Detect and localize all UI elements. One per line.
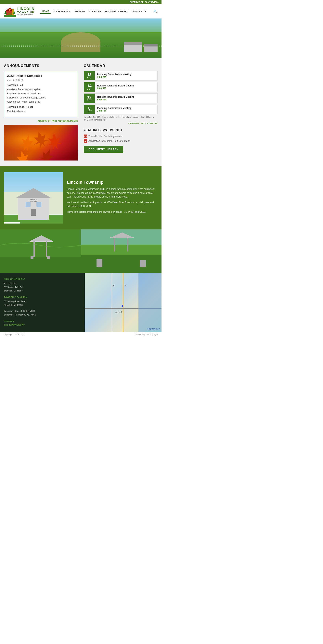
svg-rect-20 (30, 256, 34, 259)
event-month-2: SEP (86, 88, 92, 90)
township-section: LINCOLNTWSP HALL Lincoln Township Lincol… (0, 166, 162, 230)
ada-link[interactable]: ADA ACCESSIBILITY (4, 324, 81, 327)
svg-rect-29 (114, 238, 115, 252)
pdf-icon-2: PDF (84, 139, 87, 143)
doc-link-1[interactable]: PDF Township Hall Rental Agreement (84, 134, 158, 138)
hero-building2 (144, 44, 158, 52)
site-map-link[interactable]: SITE MAP (4, 320, 81, 324)
svg-rect-23 (81, 255, 162, 273)
photo-grid-left (0, 230, 81, 273)
logo-line2: TOWNSHIP (17, 11, 34, 14)
pavilion-line2: Standish, MI 48658 (4, 303, 81, 307)
announcement-heading: 2022 Projects Completed (7, 74, 75, 78)
photo-grid (0, 230, 162, 273)
pdf-icon-1: PDF (84, 134, 87, 138)
svg-marker-13 (14, 150, 32, 160)
logo-line3: ARENAC COUNTY MI (17, 14, 34, 16)
map-water-label: Saginaw Bay (147, 328, 160, 330)
map-road-label-75: 75 (112, 284, 114, 286)
township-para-3: Travel is facilitated throughout the tow… (67, 210, 158, 214)
map-road-vertical (123, 273, 124, 332)
leaves-svg (4, 125, 78, 160)
logo-area: LINCOLN TOWNSHIP ARENAC COUNTY MI (4, 6, 34, 17)
svg-rect-2 (8, 13, 12, 16)
view-calendar-link[interactable]: VIEW MONTHLY CALENDAR (84, 122, 158, 125)
announcement-text-3: Installed an outdoor message center. (7, 96, 75, 100)
event-day-1: 13 (86, 73, 92, 76)
logo-text: LINCOLN TOWNSHIP ARENAC COUNTY MI (17, 7, 34, 16)
event-name-3: Regular Township Board Meeting (97, 96, 134, 98)
photo-grid-right (81, 230, 162, 273)
event-time-3: 6:00 PM (97, 98, 134, 101)
hero-building1 (124, 42, 142, 52)
svg-marker-11 (46, 132, 63, 150)
event-month-4: NOV (86, 110, 92, 112)
supervisor-phone: Supervisor Phone: 989-737-4960 (4, 313, 81, 317)
map-simulation: Saginaw Bay 23 75 Standish (85, 273, 162, 332)
doc-name-2: Application-for-Summer-Tax-Deferment (88, 140, 130, 142)
announcement-text-4: Added gravel to hall parking lot. (7, 100, 75, 104)
announcement-date: August 28, 2023 (7, 79, 75, 81)
nav-services[interactable]: SERVICES (72, 9, 87, 14)
nav-calendar[interactable]: CALENDAR (87, 9, 103, 14)
announcement-text-2: Replaced furnace and windows. (7, 92, 75, 95)
event-month-1: SEP (86, 76, 92, 79)
svg-rect-25 (140, 260, 146, 267)
event-time-2: 6:00 PM (97, 87, 134, 90)
copyright-bar: Copyright © 2020-2023 Powered by Civic C… (0, 332, 162, 337)
event-day-4: 8 (86, 106, 92, 110)
township-para-1: Lincoln Township, organized in 1880, is … (67, 187, 158, 199)
event-time-4: 7:00 PM (97, 110, 132, 112)
mailing-line2: 5173 Johnsfield Rd. (4, 285, 81, 289)
svg-rect-18 (34, 241, 35, 257)
event-info-3: Regular Township Board Meeting 6:00 PM (95, 94, 137, 102)
nav-government[interactable]: GOVERNMENT ▾ (51, 9, 72, 14)
township-title: Lincoln Township (67, 180, 158, 185)
document-library-button[interactable]: DOCUMENT LIBRARY (84, 146, 123, 153)
svg-rect-19 (46, 241, 47, 257)
photo-left-svg (0, 230, 81, 273)
hall-window2 (36, 202, 41, 207)
search-icon[interactable]: 🔍 (154, 10, 158, 13)
hall-roof (16, 188, 51, 198)
announcement-text-1: A water softener in township hall. (7, 88, 75, 91)
event-date-box-1: 13 SEP (84, 71, 95, 80)
nav-document-library[interactable]: DOCUMENT LIBRARY (103, 9, 130, 14)
powered-by: Powered by Civic Clarity® (135, 334, 158, 336)
announcement-subtitle-2: Township Wide Project (7, 105, 75, 109)
calendar-note: Township Board Meetings are held the 2nd… (84, 116, 158, 121)
event-month-3: OCT (86, 99, 92, 101)
township-para-2: We have six ballfields with pavilion at … (67, 201, 158, 208)
logo-line1: LINCOLN (17, 7, 34, 11)
calendar-event-1: 13 SEP Planning Commission Meeting 7:00 … (84, 71, 158, 80)
svg-rect-16 (30, 241, 53, 242)
main-nav: HOME GOVERNMENT ▾ SERVICES CALENDAR DOCU… (40, 9, 158, 14)
copyright-text: Copyright © 2020-2023 (4, 334, 24, 336)
map-road-vertical2 (112, 273, 112, 332)
calendar-event-3: 12 OCT Regular Township Board Meeting 6:… (84, 93, 158, 103)
photo-right-svg (81, 230, 162, 273)
supervisor-info: SUPERVISOR: 989-737-4960 (130, 1, 158, 3)
event-info-4: Planning Commission Meeting 7:00 PM (95, 105, 134, 114)
svg-point-4 (12, 9, 14, 10)
pavilion-line1: 3370 Deep River Road (4, 300, 81, 303)
autumn-photo (4, 125, 78, 160)
photo-border-bottom (4, 222, 20, 224)
hall-door (31, 209, 36, 216)
svg-marker-10 (18, 134, 36, 153)
mailing-label: MAILING ADDRESS (4, 278, 81, 281)
doc-name-1: Township Hall Rental Agreement (88, 135, 122, 138)
logo-icon (4, 6, 16, 17)
featured-docs-title: FEATURED DOCUMENTS (84, 128, 158, 132)
doc-link-2[interactable]: PDF Application-for-Summer-Tax-Deferment (84, 139, 158, 143)
top-bar: SUPERVISOR: 989-737-4960 (0, 0, 162, 4)
svg-rect-30 (127, 238, 128, 252)
mailing-line3: Standish, MI 48658 (4, 289, 81, 293)
archive-link[interactable]: ARCHIVE OF PAST ANNOUNCEMENTS (4, 120, 78, 122)
svg-marker-12 (37, 146, 57, 160)
nav-home[interactable]: HOME (40, 9, 51, 14)
treasurer-phone: Treasurer Phone: 989-324-7084 (4, 309, 81, 313)
announcements-section: ANNOUNCEMENTS 2022 Projects Completed Au… (4, 64, 78, 160)
nav-contact-us[interactable]: CONTACT US (130, 9, 148, 14)
dropdown-arrow: ▾ (69, 11, 70, 12)
